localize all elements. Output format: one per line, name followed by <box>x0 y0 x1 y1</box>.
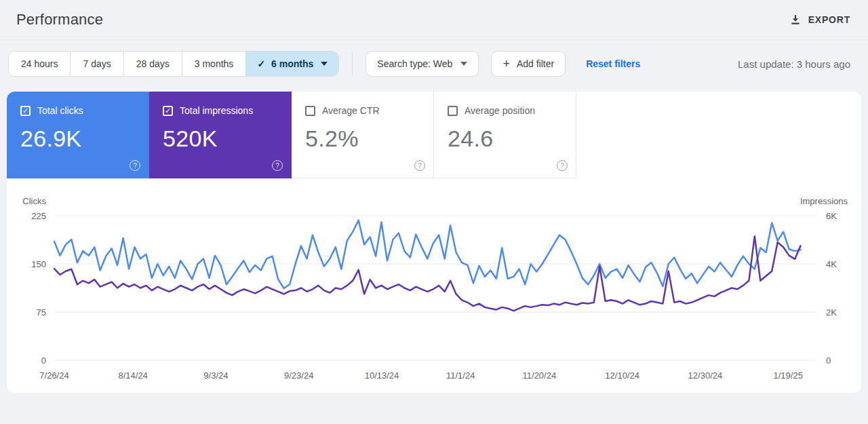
x-axis-tick: 7/26/24 <box>39 370 68 381</box>
left-axis-tick: 75 <box>37 307 46 317</box>
clicks-line-series <box>54 220 801 288</box>
impressions-line-series <box>54 236 801 311</box>
range-label: 6 months <box>271 58 313 69</box>
left-axis-tick: 150 <box>31 259 46 269</box>
range-3-months[interactable]: 3 months <box>182 52 247 76</box>
plus-icon: + <box>502 58 510 70</box>
card-label: Total clicks <box>37 105 83 116</box>
reset-filters-link[interactable]: Reset filters <box>586 58 640 69</box>
left-axis-tick: 225 <box>31 211 46 221</box>
x-axis-tick: 11/1/24 <box>446 370 475 381</box>
add-filter-button[interactable]: + Add filter <box>491 51 566 77</box>
checkbox-unchecked-icon[interactable] <box>448 106 458 116</box>
last-update-text: Last update: 3 hours ago <box>738 58 850 70</box>
range-label: 3 months <box>195 58 234 69</box>
card-value: 520K <box>163 126 277 152</box>
x-axis-tick: 12/10/24 <box>605 370 639 381</box>
right-axis-tick: 0 <box>826 355 831 366</box>
range-7-days[interactable]: 7 days <box>71 52 123 76</box>
performance-panel: ✓ Total clicks 26.9K ? ✓ Total impressio… <box>7 92 861 393</box>
export-label: EXPORT <box>808 14 850 25</box>
range-28-days[interactable]: 28 days <box>124 52 182 76</box>
add-filter-label: Add filter <box>517 58 554 69</box>
vertical-divider <box>352 52 353 76</box>
right-axis-tick: 6K <box>826 211 837 221</box>
card-value: 26.9K <box>20 126 135 152</box>
search-type-label: Search type: Web <box>377 58 452 69</box>
check-icon: ✓ <box>257 58 265 69</box>
card-label: Total impressions <box>180 105 253 116</box>
card-total-clicks[interactable]: ✓ Total clicks 26.9K ? <box>7 92 149 178</box>
performance-chart[interactable]: 2251507506K4K2K0ClicksImpressions7/26/24… <box>7 178 861 390</box>
x-axis-tick: 10/13/24 <box>365 370 399 381</box>
help-icon[interactable]: ? <box>557 160 568 171</box>
left-axis-title: Clicks <box>22 196 46 206</box>
card-average-ctr[interactable]: Average CTR 5.2% ? <box>292 92 434 178</box>
range-label: 28 days <box>136 58 170 69</box>
filter-bar: 24 hours 7 days 28 days 3 months ✓ 6 mon… <box>0 40 868 88</box>
download-icon <box>789 14 802 26</box>
range-24-hours[interactable]: 24 hours <box>9 52 71 76</box>
checkbox-unchecked-icon[interactable] <box>305 106 315 116</box>
card-total-impressions[interactable]: ✓ Total impressions 520K ? <box>149 92 292 178</box>
card-label: Average position <box>465 105 535 116</box>
card-value: 5.2% <box>305 126 420 152</box>
x-axis-tick: 9/3/24 <box>203 370 228 381</box>
range-label: 7 days <box>83 58 111 69</box>
help-icon[interactable]: ? <box>130 160 140 171</box>
x-axis-tick: 8/14/24 <box>118 370 147 381</box>
page-title: Performance <box>16 11 103 28</box>
x-axis-tick: 1/19/25 <box>774 370 803 381</box>
right-axis-tick: 4K <box>826 259 837 269</box>
range-label: 24 hours <box>21 58 58 69</box>
chevron-down-icon <box>460 62 467 66</box>
date-range-group: 24 hours 7 days 28 days 3 months ✓ 6 mon… <box>8 51 339 77</box>
checkbox-checked-icon[interactable]: ✓ <box>20 106 31 116</box>
help-icon[interactable]: ? <box>272 160 283 171</box>
checkbox-checked-icon[interactable]: ✓ <box>163 106 173 116</box>
clicks-impressions-line-chart[interactable]: 2251507506K4K2K0ClicksImpressions7/26/24… <box>7 180 861 387</box>
export-button[interactable]: EXPORT <box>789 14 850 26</box>
x-axis-tick: 11/20/24 <box>523 370 557 381</box>
card-value: 24.6 <box>448 126 562 152</box>
metric-cards-row: ✓ Total clicks 26.9K ? ✓ Total impressio… <box>7 92 861 178</box>
card-label: Average CTR <box>322 105 380 116</box>
range-6-months[interactable]: ✓ 6 months <box>246 52 338 76</box>
search-type-dropdown[interactable]: Search type: Web <box>366 51 479 77</box>
help-icon[interactable]: ? <box>414 160 425 171</box>
x-axis-tick: 9/23/24 <box>284 370 313 381</box>
card-average-position[interactable]: Average position 24.6 ? <box>434 92 576 178</box>
chevron-down-icon <box>321 62 328 66</box>
x-axis-tick: 12/30/24 <box>688 370 723 381</box>
page-header: Performance EXPORT <box>0 0 868 39</box>
right-axis-tick: 2K <box>826 307 837 317</box>
right-axis-title: Impressions <box>800 196 848 206</box>
left-axis-tick: 0 <box>41 355 46 366</box>
